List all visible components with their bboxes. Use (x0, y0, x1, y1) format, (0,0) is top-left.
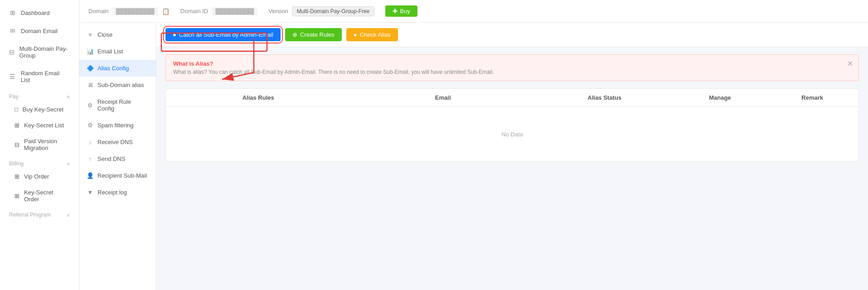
sidebar-label-buy-key: Buy Key-Secret (23, 106, 63, 113)
topbar: Domain ██████████ 📋 Domain ID ██████████… (79, 0, 868, 23)
buy-icon: ✚ (393, 8, 398, 14)
referral-section[interactable]: Referral Program ∧ (0, 207, 79, 220)
sub-domain-alias-icon: 🖥 (87, 82, 94, 88)
email-list-nav-icon: 📊 (87, 48, 94, 55)
col-alias-status: Alias Status (535, 89, 674, 106)
create-rules-icon: ⊕ (292, 31, 297, 38)
nav-label-send-dns: Send DNS (97, 155, 125, 162)
table-body: No Data (166, 107, 858, 161)
spam-filter-icon: ⚙ (87, 122, 94, 129)
nav-item-spam-filter[interactable]: ⚙ Spam filtering (79, 117, 156, 134)
sidebar-label-key-secret-list: Key-Secret List (24, 122, 64, 129)
nav-item-recipient-sub-mail[interactable]: 👤 Recipient Sub-Mail (79, 167, 156, 184)
nav-label-recipient-sub-mail: Recipient Sub-Mail (97, 172, 147, 179)
nav-label-receipt-rule: Receipt Rule Config (97, 98, 149, 112)
recipient-sub-mail-icon: 👤 (87, 172, 94, 179)
domain-email-icon: ✉ (9, 27, 16, 34)
nav-label-alias-config: Alias Config (97, 65, 129, 72)
copy-domain-icon[interactable]: 📋 (162, 8, 170, 15)
sidebar-item-domain-email[interactable]: ✉ Domain Email (0, 22, 79, 40)
sidebar-item-key-secret-order[interactable]: ⊞ Key-Secret Order (0, 184, 79, 207)
nav-label-sub-domain-alias: Sub-Domain alias (97, 82, 144, 88)
nav-item-receipt-log[interactable]: ▼ Receipt log (79, 184, 156, 201)
referral-section-arrow: ∧ (67, 213, 70, 218)
sidebar-item-dashboard[interactable]: ⊞ Dashboard (0, 4, 79, 22)
nav-label-spam-filter: Spam filtering (97, 122, 133, 129)
version-info: Version Multi-Domain Pay-Group-Free (268, 6, 374, 16)
catch-all-subemail-button[interactable]: ● Catch all Sub-Email by Admin-Email (165, 28, 281, 41)
billing-section-label: Billing (9, 160, 24, 167)
info-banner-title: What is Alias? (173, 60, 851, 67)
check-alias-icon: ● (354, 31, 357, 38)
col-alias-rules: Alias Rules (166, 89, 350, 106)
domain-id-info: Domain ID ██████████ (180, 7, 257, 15)
content-wrapper: ≡ Close 📊 Email List 🔷 Alias Config 🖥 Su… (79, 23, 868, 290)
nav-label-email-list: Email List (97, 48, 123, 55)
domain-label: Domain (88, 8, 109, 14)
col-email: Email (350, 89, 535, 106)
sidebar-item-random-email[interactable]: ☰ Random Email List (0, 64, 79, 89)
nav-item-email-list[interactable]: 📊 Email List (79, 43, 156, 60)
info-banner-close[interactable]: ✕ (847, 59, 853, 68)
buy-button[interactable]: ✚ Buy (385, 5, 417, 17)
sidebar-label-key-secret-order: Key-Secret Order (24, 189, 70, 203)
main-sidebar: ⊞ Dashboard ✉ Domain Email ⊟ Multi-Domai… (0, 0, 79, 290)
version-label: Version (268, 8, 288, 14)
nav-item-receive-dns[interactable]: ↓ Receive DNS (79, 134, 156, 150)
create-rules-button[interactable]: ⊕ Create Rules (285, 28, 342, 41)
catch-btn-icon: ● (173, 31, 176, 38)
vip-order-icon: ⊞ (15, 173, 19, 180)
sidebar-label-dashboard: Dashboard (21, 10, 50, 16)
sidebar-item-vip-order[interactable]: ⊞ Vip Order (0, 169, 79, 184)
no-data-text: No Data (501, 131, 523, 138)
key-secret-order-icon: ⊞ (15, 193, 19, 199)
check-alias-button[interactable]: ● Check Alias (346, 28, 398, 41)
receipt-rule-icon: ⚙ (87, 102, 94, 109)
sidebar-label-vip-order: Vip Order (24, 173, 49, 180)
sidebar-label-paid-migration: Paid Version Migration (24, 138, 70, 151)
nav-item-send-dns[interactable]: ↑ Send DNS (79, 150, 156, 167)
nav-item-receipt-rule[interactable]: ⚙ Receipt Rule Config (79, 93, 156, 117)
pay-section-arrow: ∧ (67, 94, 70, 99)
create-rules-label: Create Rules (300, 31, 335, 38)
pay-section[interactable]: Pay ∧ (0, 89, 79, 102)
close-nav-icon: ≡ (87, 31, 94, 38)
buy-key-icon: □ (15, 106, 18, 113)
pay-section-label: Pay (9, 93, 19, 100)
domain-id-value: ██████████ (212, 7, 257, 15)
buy-btn-label: Buy (400, 8, 410, 14)
table-header: Alias Rules Email Alias Status Manage Re… (166, 89, 858, 107)
sidebar-item-buy-key[interactable]: □ Buy Key-Secret (0, 102, 79, 117)
referral-section-label: Referral Program (9, 212, 51, 218)
billing-section[interactable]: Billing ∧ (0, 156, 79, 169)
info-banner-desc: What is alias? You can catch all Sub-Ema… (173, 69, 851, 75)
catch-btn-label: Catch all Sub-Email by Admin-Email (179, 31, 273, 38)
nav-label-receive-dns: Receive DNS (97, 139, 133, 145)
version-badge: Multi-Domain Pay-Group-Free (292, 6, 375, 16)
info-banner: What is Alias? What is alias? You can ca… (165, 54, 859, 81)
send-dns-icon: ↑ (87, 155, 94, 162)
dashboard-icon: ⊞ (9, 9, 16, 16)
nav-item-sub-domain-alias[interactable]: 🖥 Sub-Domain alias (79, 77, 156, 93)
col-manage: Manage (674, 89, 766, 106)
main-area: Domain ██████████ 📋 Domain ID ██████████… (79, 0, 868, 290)
domain-id-label: Domain ID (180, 8, 208, 14)
receive-dns-icon: ↓ (87, 139, 94, 145)
sidebar-item-key-secret-list[interactable]: ⊞ Key-Secret List (0, 117, 79, 133)
multi-domain-icon: ⊟ (9, 48, 15, 56)
billing-section-arrow: ∧ (67, 161, 70, 166)
receipt-log-icon: ▼ (87, 189, 94, 196)
nav-item-alias-config[interactable]: 🔷 Alias Config (79, 60, 156, 77)
secondary-nav: ≡ Close 📊 Email List 🔷 Alias Config 🖥 Su… (79, 23, 156, 290)
check-alias-label: Check Alias (360, 31, 391, 38)
nav-item-close[interactable]: ≡ Close (79, 26, 156, 43)
col-remark: Remark (766, 89, 858, 106)
domain-value: ██████████ (112, 7, 158, 15)
sidebar-item-multi-domain[interactable]: ⊟ Multi-Domain Pay-Group (0, 40, 79, 64)
domain-info: Domain ██████████ 📋 (88, 7, 170, 15)
action-bar: ● Catch all Sub-Email by Admin-Email ⊕ C… (156, 23, 868, 47)
sidebar-item-paid-migration[interactable]: ⊟ Paid Version Migration (0, 133, 79, 156)
key-secret-list-icon: ⊞ (15, 122, 19, 129)
random-email-icon: ☰ (9, 73, 16, 80)
page-content: ● Catch all Sub-Email by Admin-Email ⊕ C… (156, 23, 868, 290)
